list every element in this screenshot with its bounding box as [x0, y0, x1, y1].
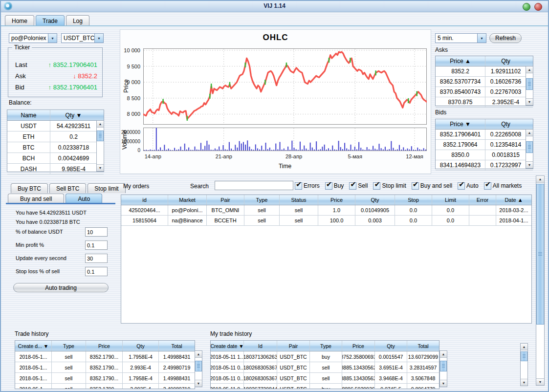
- scroll-up-icon[interactable]: ▲: [526, 130, 533, 136]
- bids-row-2[interactable]: 8350.00.0018315: [436, 150, 533, 160]
- my_orders-header-error[interactable]: Error: [469, 195, 496, 205]
- scrollbar-thumb[interactable]: [526, 141, 533, 153]
- scrollbar-thumb[interactable]: [526, 78, 533, 90]
- scroll-down-icon[interactable]: ▼: [526, 98, 533, 105]
- filter-checkbox-buy[interactable]: Buy: [325, 182, 344, 190]
- my_orders-header-pair[interactable]: Pair: [207, 195, 244, 205]
- auto-field-input-update-every-second[interactable]: [85, 254, 108, 263]
- scroll-up-icon[interactable]: ▲: [195, 351, 202, 358]
- scrollbar-thumb[interactable]: [440, 361, 447, 371]
- asks-header-price[interactable]: Price ▲: [436, 56, 485, 66]
- scrollbar-thumb[interactable]: [195, 361, 202, 371]
- trade_history-header-type[interactable]: Type: [52, 341, 86, 351]
- trade_history-row-0[interactable]: 2018-05-1...sell8352.1790...1.7958E-41.4…: [15, 351, 195, 362]
- trade_history-header-qty[interactable]: Qty: [123, 341, 159, 351]
- my_orders-header-market[interactable]: Market: [168, 195, 207, 205]
- my_orders-header-limit[interactable]: Limit: [432, 195, 469, 205]
- filter-checkbox-stop-limit[interactable]: Stop limit: [373, 182, 406, 190]
- auto-trading-button[interactable]: Auto trading: [13, 283, 109, 292]
- scrollbar-track[interactable]: [97, 128, 104, 164]
- my_trade_history-row-3[interactable]: 2018-05-11 0...180267729844USDT_BTCbuy88…: [211, 384, 439, 389]
- my_orders-header-date[interactable]: Date ▲: [496, 195, 531, 205]
- minimize-button[interactable]: [523, 3, 530, 11]
- tab-buy-and-sell[interactable]: Buy and sell: [8, 194, 64, 203]
- tab-home[interactable]: Home: [5, 15, 34, 26]
- scroll-down-icon[interactable]: ▼: [526, 161, 533, 168]
- bids-scrollbar[interactable]: ▲▼: [526, 129, 533, 169]
- scrollbar-thumb[interactable]: [536, 184, 544, 325]
- trade_history-header-total[interactable]: Total: [159, 341, 195, 351]
- asks-header-qty[interactable]: Qty: [485, 56, 526, 66]
- refresh-button[interactable]: Refresh: [489, 33, 522, 43]
- interval-dropdown[interactable]: 5 min. ▼: [435, 33, 486, 43]
- bids-row-1[interactable]: 8352.1790640.12354814: [436, 140, 533, 150]
- right-scrollbar[interactable]: ▲▼: [536, 175, 545, 386]
- auto-field-input-stop-loss-of-sell[interactable]: [85, 267, 108, 276]
- scroll-down-icon[interactable]: ▼: [97, 164, 104, 171]
- market-dropdown[interactable]: po@Poloniex ▼: [9, 33, 57, 43]
- balance-scrollbar[interactable]: ▲▼: [96, 120, 104, 172]
- my_orders-header-id[interactable]: id: [121, 195, 168, 205]
- my-trade-history-scrollbar[interactable]: ▲▼: [439, 350, 447, 387]
- asks-row-3[interactable]: 8370.8752.3952E-4: [436, 97, 533, 108]
- balance-row-3[interactable]: BCH0.00424699: [7, 153, 104, 164]
- scroll-down-icon[interactable]: ▼: [536, 378, 544, 385]
- my_trade_history-header-total[interactable]: Total: [407, 341, 439, 351]
- scroll-up-icon[interactable]: ▲: [536, 176, 544, 183]
- trade_history-row-3[interactable]: 2018-05-1...sell8352.1790...2.993E-42.49…: [15, 384, 195, 389]
- asks-row-0[interactable]: 8352.21.92911102: [436, 66, 533, 77]
- scrollbar-track[interactable]: [526, 73, 533, 98]
- scrollbar-track[interactable]: [440, 358, 447, 380]
- trade_history-row-2[interactable]: 2018-05-1...sell8352.1790...1.7958E-41.4…: [15, 373, 195, 384]
- scrollbar-thumb[interactable]: [97, 131, 104, 141]
- my_orders-header-price[interactable]: Price: [318, 195, 355, 205]
- my_trade_history-header-id[interactable]: Id: [244, 341, 277, 351]
- close-button[interactable]: [534, 3, 542, 11]
- filter-checkbox-auto[interactable]: Auto: [458, 182, 479, 190]
- my_trade_history-row-1[interactable]: 2018-05-11 0...180268305367USDT_BTCsell8…: [211, 362, 439, 373]
- scroll-down-icon[interactable]: ▼: [521, 379, 527, 386]
- bids-header-price[interactable]: Price ▼: [436, 119, 485, 129]
- my_trade_history-header-price[interactable]: Price: [342, 341, 375, 351]
- balance-row-4[interactable]: DASH9.985E-4: [7, 164, 104, 174]
- scroll-up-icon[interactable]: ▲: [526, 66, 533, 73]
- filter-checkbox-all-markets[interactable]: All markets: [484, 182, 522, 190]
- balance-row-0[interactable]: USDT54.42923511: [7, 121, 104, 131]
- scrollbar-track[interactable]: [526, 136, 533, 161]
- tab-sell-btc[interactable]: Sell BTC: [49, 183, 86, 193]
- scroll-up-icon[interactable]: ▲: [440, 351, 447, 358]
- my_orders-row-1[interactable]: 15815064na@BinanceBCCETHsellsell100.00.0…: [121, 216, 531, 226]
- tab-auto[interactable]: Auto: [66, 194, 102, 203]
- filter-checkbox-errors[interactable]: Errors: [295, 182, 320, 190]
- my_trade_history-row-2[interactable]: 2018-05-11 0...180268305367USDT_BTCsell8…: [211, 373, 439, 384]
- tab-log[interactable]: Log: [66, 15, 89, 26]
- scroll-up-icon[interactable]: ▲: [97, 121, 104, 128]
- filter-checkbox-sell[interactable]: Sell: [349, 182, 368, 190]
- my_orders-header-stop[interactable]: Stop: [395, 195, 432, 205]
- trade-history-scrollbar[interactable]: ▲▼: [195, 350, 202, 387]
- tab-buy-btc[interactable]: Buy BTC: [11, 183, 48, 193]
- trade_history-header-create-d[interactable]: Create d... ▼: [15, 341, 52, 351]
- my_trade_history-header-pair[interactable]: Pair: [277, 341, 310, 351]
- scrollbar-thumb[interactable]: [521, 351, 527, 361]
- trade_history-row-1[interactable]: 2018-05-1...sell8352.1790...2.993E-42.49…: [15, 362, 195, 373]
- filter-checkbox-buy-and-sell[interactable]: Buy and sell: [412, 182, 452, 190]
- auto-field-input-of-balance-usdt[interactable]: [85, 227, 108, 237]
- auto-field-input-min-profit[interactable]: [85, 240, 108, 250]
- my_trade_history-row-0[interactable]: 2018-05-11 1...180371306263USDT_BTCbuy87…: [211, 351, 439, 362]
- balance-row-2[interactable]: BTC0.02338718: [7, 142, 104, 153]
- search-input[interactable]: [215, 181, 293, 190]
- scroll-down-icon[interactable]: ▼: [195, 380, 202, 387]
- asks-scrollbar[interactable]: ▲▼: [526, 66, 533, 106]
- bottom-pane-scrollbar[interactable]: ▲▼: [520, 343, 528, 386]
- trade_history-header-price[interactable]: Price: [86, 341, 123, 351]
- my_orders-header-type[interactable]: Type: [244, 195, 280, 205]
- tab-stop-limit[interactable]: Stop limit: [88, 183, 125, 193]
- scrollbar-track[interactable]: [536, 183, 544, 378]
- my_trade_history-header-create-date[interactable]: Create date ▼: [211, 341, 244, 351]
- my_trade_history-header-qty[interactable]: Qty: [375, 341, 407, 351]
- balance-header-name[interactable]: Name: [7, 110, 50, 120]
- scrollbar-track[interactable]: [521, 350, 527, 379]
- my_trade_history-header-type[interactable]: Type: [310, 341, 342, 351]
- asks-row-2[interactable]: 8370.854007430.22767003: [436, 87, 533, 97]
